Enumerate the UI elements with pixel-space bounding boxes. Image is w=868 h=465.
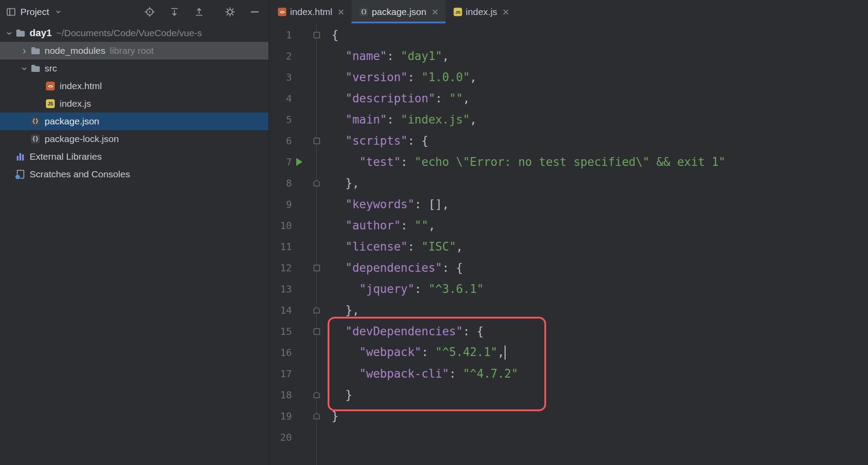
line-number: 11 — [269, 241, 292, 252]
folder-icon — [30, 45, 41, 56]
library-icon — [15, 151, 26, 162]
code-line-11[interactable]: 11 "license": "ISC", — [269, 236, 868, 257]
line-number: 8 — [269, 178, 292, 189]
code-line-18[interactable]: 18 } — [269, 384, 868, 405]
tab-index-js[interactable]: JSindex.js× — [445, 0, 516, 23]
locate-file-icon[interactable] — [144, 6, 155, 18]
editor[interactable]: 1{2 "name": "day1",3 "version": "1.0.0",… — [269, 23, 868, 465]
code-text: }, — [326, 176, 359, 190]
run-icon[interactable] — [296, 158, 302, 166]
scratches-icon — [15, 169, 26, 180]
tree-item-index-html[interactable]: <>index.html — [0, 77, 268, 95]
tree-item-suffix: library root — [110, 45, 154, 56]
tree-item-label: node_modules — [45, 45, 106, 56]
caret — [505, 345, 506, 360]
code-text: } — [326, 409, 339, 423]
close-icon[interactable]: × — [338, 6, 344, 18]
code-line-3[interactable]: 3 "version": "1.0.0", — [269, 67, 868, 88]
hide-panel-icon[interactable] — [249, 6, 260, 18]
panel-title[interactable]: Project — [20, 7, 49, 17]
line-number: 5 — [269, 114, 292, 125]
fold-end-icon[interactable] — [313, 180, 320, 187]
code-text: "scripts": { — [326, 134, 428, 147]
code-line-13[interactable]: 13 "jquery": "^3.6.1" — [269, 278, 868, 300]
code-line-19[interactable]: 19} — [269, 405, 868, 427]
line-number: 10 — [269, 220, 292, 231]
tree-item-external-libraries[interactable]: External Libraries — [0, 148, 268, 165]
fold-column — [307, 180, 326, 187]
code-text: "devDependencies": { — [326, 325, 483, 338]
code-text: "jquery": "^3.6.1" — [326, 282, 483, 296]
tool-window-icon[interactable] — [5, 6, 17, 18]
chevron-collapsed-icon[interactable]: › — [19, 46, 30, 56]
close-icon[interactable]: × — [502, 6, 509, 18]
html-icon: <> — [45, 81, 56, 91]
code-text: "webpack-cli": "^4.7.2" — [326, 367, 518, 380]
fold-column — [307, 392, 326, 398]
code-text: "dependencies": { — [326, 261, 463, 274]
code-line-20[interactable]: 20 — [269, 427, 868, 448]
tree-item-label: Scratches and Consoles — [30, 169, 130, 180]
close-icon[interactable]: × — [432, 6, 438, 18]
code-line-4[interactable]: 4 "description": "", — [269, 88, 868, 109]
chevron-down-icon[interactable] — [53, 6, 64, 18]
settings-gear-icon[interactable] — [224, 6, 236, 18]
code-text: "keywords": [], — [326, 198, 449, 211]
json-icon: {} — [30, 134, 41, 144]
chevron-expanded-icon[interactable]: › — [19, 63, 30, 74]
code-text: } — [326, 388, 352, 401]
line-number: 6 — [269, 135, 292, 146]
tree-item-index-js[interactable]: JSindex.js — [0, 95, 268, 112]
code-line-17[interactable]: 17 "webpack-cli": "^4.7.2" — [269, 363, 868, 384]
fold-end-icon[interactable] — [313, 307, 320, 314]
code-line-15[interactable]: 15 "devDependencies": { — [269, 321, 868, 342]
line-number: 3 — [269, 72, 292, 83]
code-line-10[interactable]: 10 "author": "", — [269, 215, 868, 236]
tab-package-json[interactable]: {}package.json× — [351, 0, 445, 23]
fold-start-icon[interactable] — [313, 328, 320, 335]
tree-item-day1[interactable]: ›day1~/Documents/Code/VueCode/vue-s — [0, 24, 268, 42]
tree-item-scratches-and-consoles[interactable]: Scratches and Consoles — [0, 165, 268, 183]
code-line-9[interactable]: 9 "keywords": [], — [269, 194, 868, 215]
json-icon: {} — [30, 116, 41, 127]
collapse-all-icon[interactable] — [193, 6, 205, 18]
ide-window: Project › — [0, 0, 868, 465]
code-text: { — [326, 28, 339, 41]
project-tree: ›day1~/Documents/Code/VueCode/vue-s›node… — [0, 23, 268, 465]
expand-all-icon[interactable] — [169, 6, 180, 18]
tree-item-label: package.json — [45, 116, 99, 127]
code-line-7[interactable]: 7 "test": "echo \"Error: no test specifi… — [269, 151, 868, 172]
tree-item-src[interactable]: ›src — [0, 60, 268, 77]
line-number: 1 — [269, 30, 292, 41]
code-line-14[interactable]: 14 }, — [269, 300, 868, 321]
tab-index-html[interactable]: <>index.html× — [270, 0, 351, 23]
tree-item-package-json[interactable]: {}package.json — [0, 112, 268, 130]
chevron-expanded-icon[interactable]: › — [4, 27, 15, 39]
code-line-2[interactable]: 2 "name": "day1", — [269, 45, 868, 67]
fold-column — [307, 413, 326, 420]
line-number: 7 — [269, 157, 292, 168]
tab-label: package.json — [372, 7, 426, 17]
code-text: "author": "", — [326, 219, 435, 232]
fold-end-icon[interactable] — [313, 392, 320, 398]
html-icon: <> — [277, 7, 287, 17]
tree-item-node-modules[interactable]: ›node_moduleslibrary root — [0, 42, 268, 60]
fold-column — [307, 307, 326, 314]
folder-icon — [15, 28, 26, 38]
fold-start-icon[interactable] — [313, 32, 320, 38]
tab-label: index.js — [466, 7, 497, 17]
code-line-6[interactable]: 6 "scripts": { — [269, 130, 868, 151]
tree-item-package-lock-json[interactable]: {}package-lock.json — [0, 130, 268, 148]
code-line-1[interactable]: 1{ — [269, 24, 868, 45]
fold-start-icon[interactable] — [313, 265, 320, 271]
code-line-5[interactable]: 5 "main": "index.js", — [269, 109, 868, 130]
line-number: 20 — [269, 432, 292, 443]
code-line-8[interactable]: 8 }, — [269, 172, 868, 194]
line-number: 15 — [269, 326, 292, 337]
fold-start-icon[interactable] — [313, 138, 320, 144]
line-number: 17 — [269, 368, 292, 379]
code-line-12[interactable]: 12 "dependencies": { — [269, 257, 868, 278]
code-area[interactable]: 1{2 "name": "day1",3 "version": "1.0.0",… — [269, 24, 868, 448]
fold-end-icon[interactable] — [313, 413, 320, 420]
code-line-16[interactable]: 16 "webpack": "^5.42.1", — [269, 342, 868, 363]
